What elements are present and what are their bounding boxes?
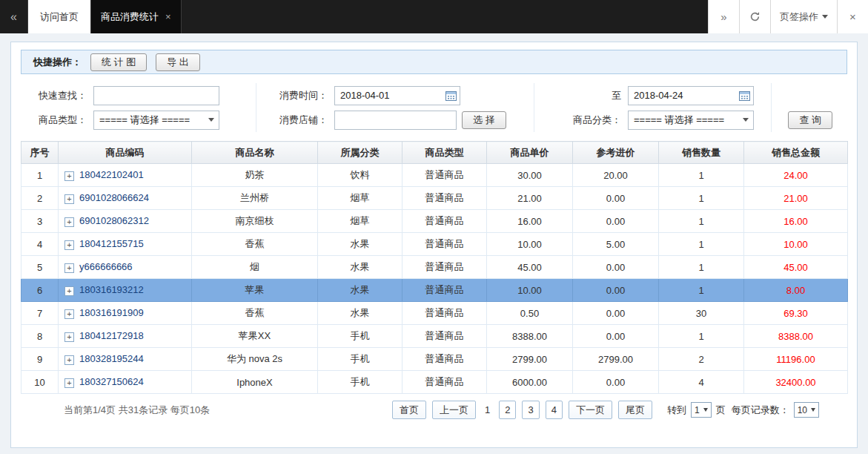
table-row[interactable]: 4+180412155715香蕉水果普通商品10.005.00110.00 bbox=[21, 233, 848, 256]
expand-row-icon[interactable]: + bbox=[64, 309, 74, 319]
cell-qty: 1 bbox=[659, 210, 744, 233]
page-size-label: 每页记录数： bbox=[732, 404, 789, 417]
expand-row-icon[interactable]: + bbox=[64, 286, 74, 296]
cell-no: 1 bbox=[21, 164, 59, 187]
product-code-link[interactable]: y666666666 bbox=[79, 261, 133, 272]
table-row[interactable]: 2+6901028066624兰州桥烟草普通商品21.000.00121.00 bbox=[21, 187, 848, 210]
table-row[interactable]: 3+6901028062312南京细枝烟草普通商品16.000.00116.00 bbox=[21, 210, 848, 233]
consume-time-from-input[interactable]: 2018-04-01 bbox=[334, 86, 460, 105]
cell-name: 兰州桥 bbox=[192, 187, 318, 210]
cell-category: 水果 bbox=[318, 302, 402, 325]
consume-time-to-input[interactable]: 2018-04-24 bbox=[628, 86, 754, 105]
column-header[interactable]: 商品名称 bbox=[192, 142, 318, 164]
expand-row-icon[interactable]: + bbox=[64, 332, 74, 342]
page-number-button[interactable]: 3 bbox=[522, 401, 539, 419]
expand-row-icon[interactable]: + bbox=[64, 240, 74, 250]
table-row[interactable]: 7+180316191909香蕉水果普通商品0.500.003069.30 bbox=[21, 302, 848, 325]
product-code-link[interactable]: 180316191909 bbox=[79, 307, 144, 318]
tab-bar-controls: » 页签操作 × bbox=[708, 0, 868, 33]
date-from-value: 2018-04-01 bbox=[340, 90, 445, 101]
close-all-tabs-button[interactable]: × bbox=[837, 0, 868, 33]
column-header[interactable]: 销售总金额 bbox=[744, 142, 848, 164]
cell-ref_price: 0.00 bbox=[573, 302, 659, 325]
cell-qty: 1 bbox=[659, 233, 744, 256]
quick-search-input[interactable] bbox=[93, 86, 219, 105]
refresh-tab-button[interactable] bbox=[739, 0, 770, 33]
cell-category: 烟草 bbox=[318, 210, 402, 233]
statistics-chart-button[interactable]: 统 计 图 bbox=[90, 53, 147, 71]
product-code-link[interactable]: 180422102401 bbox=[79, 169, 144, 180]
table-row[interactable]: 10+180327150624IphoneX手机普通商品6000.000.004… bbox=[21, 371, 848, 394]
consume-shop-input[interactable] bbox=[334, 111, 457, 130]
export-button[interactable]: 导 出 bbox=[156, 53, 200, 71]
next-page-button[interactable]: 下一页 bbox=[569, 401, 612, 419]
query-button[interactable]: 查 询 bbox=[788, 111, 832, 129]
product-code-link[interactable]: 180412155715 bbox=[79, 238, 144, 249]
cell-total: 10.00 bbox=[744, 233, 848, 256]
expand-row-icon[interactable]: + bbox=[64, 355, 74, 365]
consume-shop-label: 消费店铺： bbox=[256, 108, 333, 132]
product-code-link[interactable]: 180316193212 bbox=[79, 284, 144, 295]
table-row[interactable]: 8+180412172918苹果XX手机普通商品8388.000.0018388… bbox=[21, 325, 848, 348]
table-row[interactable]: 1+180422102401奶茶饮料普通商品30.0020.00124.00 bbox=[21, 164, 848, 187]
page-number-button[interactable]: 4 bbox=[546, 401, 563, 419]
product-type-value: ===== 请选择 ===== bbox=[99, 114, 190, 127]
goto-page-select[interactable]: 1 bbox=[691, 402, 712, 418]
product-type-select[interactable]: ===== 请选择 ===== bbox=[93, 111, 219, 130]
column-header[interactable]: 商品单价 bbox=[487, 142, 573, 164]
tab-bar-spacer bbox=[182, 0, 708, 33]
page-number-button[interactable]: 1 bbox=[482, 401, 493, 419]
tab-home[interactable]: 访问首页 bbox=[28, 0, 91, 33]
first-page-button[interactable]: 首页 bbox=[392, 401, 426, 419]
expand-row-icon[interactable]: + bbox=[64, 217, 74, 227]
product-code-link[interactable]: 180328195244 bbox=[79, 353, 144, 364]
cell-category: 水果 bbox=[318, 279, 402, 302]
choose-shop-button[interactable]: 选 择 bbox=[462, 111, 506, 129]
table-row[interactable]: 5+y666666666烟水果普通商品45.000.00145.00 bbox=[21, 256, 848, 279]
column-header[interactable]: 商品类型 bbox=[402, 142, 487, 164]
page-size-select[interactable]: 10 bbox=[794, 402, 819, 418]
column-header[interactable]: 销售数量 bbox=[659, 142, 744, 164]
product-code-link[interactable]: 180327150624 bbox=[79, 376, 144, 387]
last-page-button[interactable]: 尾页 bbox=[618, 401, 652, 419]
product-category-select[interactable]: ===== 请选择 ===== bbox=[628, 111, 754, 130]
product-code-link[interactable]: 180412172918 bbox=[79, 330, 144, 341]
pagination-controls: 首页 上一页 1234 下一页 尾页 转到 1 页 每页记录数： 10 bbox=[392, 401, 819, 419]
product-code-link[interactable]: 6901028062312 bbox=[79, 215, 149, 226]
column-header[interactable]: 所属分类 bbox=[318, 142, 402, 164]
cell-code: +180412172918 bbox=[59, 325, 192, 348]
cell-no: 8 bbox=[21, 325, 59, 348]
cell-ref_price: 5.00 bbox=[573, 233, 659, 256]
to-label: 至 bbox=[534, 83, 626, 108]
product-code-link[interactable]: 6901028066624 bbox=[79, 192, 149, 203]
page-number-button[interactable]: 2 bbox=[499, 401, 516, 419]
table-row[interactable]: 9+180328195244华为 nova 2s手机普通商品2799.00279… bbox=[21, 348, 848, 371]
cell-no: 2 bbox=[21, 187, 59, 210]
tab-close-icon[interactable]: × bbox=[165, 11, 171, 22]
column-header[interactable]: 序号 bbox=[21, 142, 59, 164]
table-row[interactable]: 6+180316193212苹果水果普通商品10.000.0018.00 bbox=[21, 279, 848, 302]
tab-operations-dropdown[interactable]: 页签操作 bbox=[770, 0, 837, 33]
page-size-value: 10 bbox=[798, 405, 807, 415]
expand-row-icon[interactable]: + bbox=[64, 263, 74, 273]
cell-code: +180328195244 bbox=[59, 348, 192, 371]
cell-price: 30.00 bbox=[487, 164, 573, 187]
scroll-tabs-left-button[interactable]: « bbox=[0, 0, 28, 33]
calendar-icon[interactable] bbox=[445, 91, 457, 101]
column-header[interactable]: 参考进价 bbox=[573, 142, 659, 164]
cell-type: 普通商品 bbox=[402, 348, 487, 371]
prev-page-button[interactable]: 上一页 bbox=[432, 401, 476, 419]
cell-category: 烟草 bbox=[318, 187, 402, 210]
expand-row-icon[interactable]: + bbox=[64, 171, 74, 181]
tab-product-consume-stats[interactable]: 商品消费统计 × bbox=[91, 0, 182, 33]
expand-row-icon[interactable]: + bbox=[64, 194, 74, 204]
goto-page-value: 1 bbox=[695, 405, 700, 415]
cell-price: 10.00 bbox=[487, 233, 573, 256]
cell-no: 9 bbox=[21, 348, 59, 371]
cell-category: 手机 bbox=[318, 348, 402, 371]
cell-ref_price: 0.00 bbox=[573, 325, 659, 348]
column-header[interactable]: 商品编码 bbox=[59, 142, 192, 164]
calendar-icon[interactable] bbox=[739, 91, 750, 101]
scroll-tabs-right-button[interactable]: » bbox=[708, 0, 739, 33]
expand-row-icon[interactable]: + bbox=[64, 378, 74, 388]
